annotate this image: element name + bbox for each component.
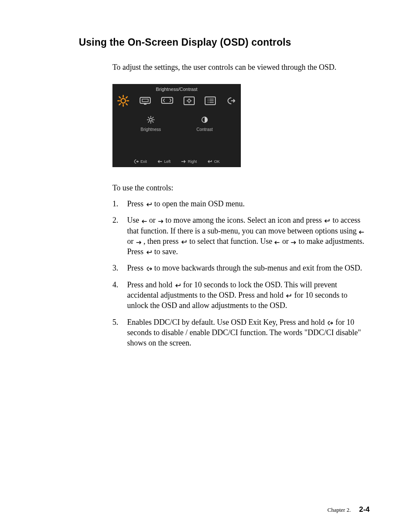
to-use-label: To use the controls:	[112, 184, 370, 193]
right-arrow-icon	[290, 240, 296, 245]
left-arrow-icon	[157, 160, 162, 163]
enter-icon	[146, 250, 153, 255]
enter-icon	[207, 160, 212, 163]
svg-line-5	[119, 97, 121, 98]
instruction-4: 4. Press and hold for 10 seconds to lock…	[112, 280, 370, 311]
osd-hint-exit: Exit	[134, 159, 147, 164]
osd-hint-ok: OK	[207, 159, 220, 164]
svg-line-6	[126, 104, 128, 105]
brightness-contrast-tab-icon	[117, 94, 130, 107]
svg-point-14	[188, 100, 190, 102]
instruction-list: 1. Press to open the main OSD menu. 2. U…	[112, 199, 370, 348]
instruction-3: 3. Press to move backwards through the s…	[112, 263, 370, 273]
contrast-submenu: Contrast	[196, 115, 213, 132]
options-tab-icon	[183, 96, 195, 106]
osd-hint-left: Left	[157, 159, 171, 164]
osd-hint-right: Right	[181, 159, 197, 164]
enter-icon	[181, 240, 187, 245]
exit-icon	[146, 266, 153, 271]
enter-icon	[324, 218, 330, 224]
svg-rect-11	[144, 104, 146, 105]
enter-icon	[285, 293, 292, 299]
image-properties-tab-icon	[161, 96, 174, 106]
left-arrow-icon	[274, 240, 280, 245]
instruction-2: 2. Use or to move among the icons. Selec…	[112, 215, 370, 257]
osd-title: Brightness/Contrast	[112, 84, 241, 94]
right-arrow-icon	[136, 240, 142, 245]
osd-submenu-row: Brightness Contrast	[112, 112, 241, 132]
right-arrow-icon	[181, 160, 186, 163]
svg-rect-13	[184, 97, 194, 105]
svg-line-33	[148, 121, 149, 122]
instruction-1: 1. Press to open the main OSD menu.	[112, 199, 370, 209]
svg-rect-9	[140, 97, 150, 103]
enter-icon	[146, 202, 153, 207]
brightness-submenu: Brightness	[140, 115, 161, 132]
chapter-label: Chapter 2.	[327, 507, 351, 513]
svg-line-32	[153, 121, 153, 122]
exit-icon	[327, 320, 333, 326]
section-heading: Using the On-Screen Display (OSD) contro…	[79, 37, 370, 48]
instruction-5: 5. Enables DDC/CI by default. Use OSD Ex…	[112, 317, 370, 348]
left-arrow-icon	[141, 219, 147, 224]
menu-tab-icon	[204, 96, 216, 106]
brightness-label: Brightness	[140, 127, 161, 132]
svg-line-8	[126, 97, 128, 98]
page-number: 2-4	[359, 505, 370, 513]
enter-icon	[174, 283, 181, 288]
page-footer: Chapter 2. 2-4	[327, 505, 370, 514]
osd-footer-hints: Exit Left Right OK	[112, 157, 241, 167]
svg-line-7	[119, 104, 121, 105]
svg-line-34	[153, 117, 153, 118]
contrast-label: Contrast	[196, 127, 213, 132]
left-arrow-icon	[358, 230, 364, 234]
right-arrow-icon	[158, 219, 164, 224]
exit-tab-icon	[225, 96, 237, 106]
svg-line-31	[148, 117, 149, 118]
svg-point-0	[121, 99, 126, 103]
image-position-tab-icon	[139, 96, 152, 106]
osd-tab-row	[112, 94, 241, 112]
osd-menu-figure: Brightness/Contrast	[112, 84, 241, 167]
svg-rect-10	[142, 99, 148, 102]
intro-paragraph: To adjust the settings, the user control…	[112, 63, 370, 72]
svg-point-26	[149, 118, 152, 121]
exit-icon	[134, 159, 139, 164]
